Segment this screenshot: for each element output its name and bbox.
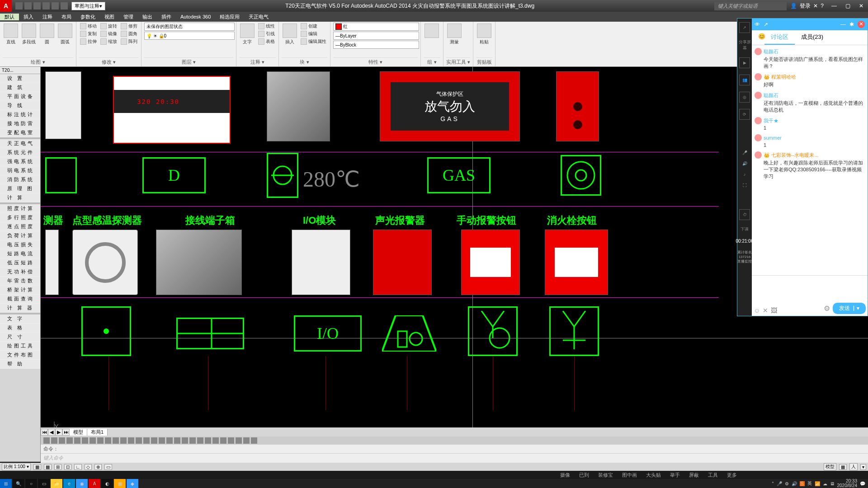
app-icon[interactable]: ◐ [101, 479, 113, 488]
tab-annotate[interactable]: 注释 [38, 14, 57, 20]
command-window[interactable]: 命令： 键入命令 [41, 445, 868, 463]
chat-close-icon[interactable]: ✕ [858, 21, 865, 28]
tool-icon[interactable] [251, 437, 257, 444]
ime-lang[interactable]: 英 [807, 480, 812, 487]
qat-open-icon[interactable] [24, 2, 32, 9]
clear-icon[interactable]: ✕ [763, 307, 768, 314]
tool-icon[interactable] [74, 437, 80, 444]
tab-featured[interactable]: 精选应用 [215, 14, 244, 20]
chat-popout-icon[interactable]: ↗ [764, 21, 768, 28]
tool-icon[interactable] [143, 437, 150, 444]
tool-icon[interactable] [120, 437, 127, 444]
status-toggle[interactable]: ⊕ [94, 464, 102, 470]
exchange-icon[interactable]: ✕ [813, 3, 818, 9]
tool-icon[interactable] [136, 437, 142, 444]
polyline-button[interactable]: 多段线 [21, 23, 37, 46]
tab-members[interactable]: 成员(23) [795, 30, 830, 45]
line-button[interactable]: 直线 [3, 23, 19, 46]
edit-attr-button[interactable]: 编辑属性 [300, 38, 327, 45]
chat-messages[interactable]: 聪颜石今天能否讲讲消防广播系统，看看系统图怎样画？ 👑 程策明哈哈好啊 聪颜石还… [752, 45, 868, 275]
minimize-button[interactable]: — [827, 0, 841, 12]
tool-icon[interactable] [205, 437, 211, 444]
tool-icon[interactable] [228, 437, 234, 444]
stream-btn[interactable]: 摄像 [560, 472, 570, 479]
qat-print-icon[interactable] [42, 2, 50, 9]
qat-new-icon[interactable] [15, 2, 23, 9]
layer-state-combo[interactable]: 未保存的图层状态 [144, 23, 235, 31]
edit-block-button[interactable]: 编辑 [300, 30, 327, 38]
table-button[interactable]: 表格 [257, 38, 276, 45]
palette-item[interactable]: 强电系统 [0, 157, 40, 166]
status-toggle[interactable]: ▦ [44, 464, 52, 470]
tray-chevron-icon[interactable]: ˄ [772, 481, 774, 486]
palette-item[interactable]: 设 置 [0, 74, 40, 83]
stream-btn[interactable]: 工具 [708, 472, 718, 479]
emoji-icon[interactable]: ☺ [754, 307, 760, 314]
trim-button[interactable]: 修剪 [120, 23, 138, 30]
stream-btn[interactable]: 屏蔽 [689, 472, 699, 479]
tab-nav-prev[interactable]: ◀ [48, 429, 55, 436]
command-input[interactable]: 键入命令 [41, 453, 868, 462]
tool-icon[interactable] [220, 437, 226, 444]
tab-parametric[interactable]: 参数化 [76, 14, 100, 20]
close-button[interactable]: ✕ [854, 0, 868, 12]
workspace-dropdown[interactable]: 草图与注释 ▾ [71, 2, 105, 10]
tab-addins[interactable]: 插件 [157, 14, 176, 20]
tab-model[interactable]: 模型 [70, 429, 87, 436]
palette-item[interactable]: 导 线 [0, 101, 40, 110]
stream-btn[interactable]: 大头贴 [646, 472, 661, 479]
status-toggle[interactable]: ▦ [839, 464, 847, 470]
tray-icon[interactable]: 🔊 [792, 481, 797, 486]
palette-item[interactable]: 桥架计算 [0, 286, 40, 295]
palette-item[interactable]: 标注统计 [0, 110, 40, 119]
palette-item[interactable]: 年雷击数 [0, 277, 40, 286]
tool-icon[interactable] [97, 437, 104, 444]
palette-item[interactable]: 文 字 [0, 314, 40, 324]
app-logo[interactable]: A [0, 0, 12, 12]
tool-icon[interactable] [66, 437, 73, 444]
paste-button[interactable]: 粘贴 [476, 23, 492, 46]
array-button[interactable]: 阵列 [120, 38, 138, 45]
layer-combo[interactable]: 💡 ☀ 🔒 0 [144, 32, 235, 40]
notifications-icon[interactable]: 💬 [860, 481, 865, 486]
autocad-icon[interactable]: A [89, 479, 100, 488]
chat-eye-icon[interactable]: 👁 [755, 21, 760, 28]
copy-button[interactable]: 复制 [79, 30, 98, 38]
status-toggle[interactable]: ▭ [104, 464, 112, 470]
qat-redo-icon[interactable] [61, 2, 68, 9]
edge-icon[interactable]: e [63, 479, 75, 488]
tool-icon[interactable] [166, 437, 173, 444]
tool-icon[interactable] [159, 437, 165, 444]
palette-item[interactable]: 负荷计算 [0, 231, 40, 240]
palette-item[interactable]: 原 理 图 [0, 184, 40, 193]
tab-a360[interactable]: Autodesk 360 [176, 14, 215, 19]
palette-item[interactable]: 天正电气 [0, 139, 40, 148]
tab-layout1[interactable]: 布局1 [87, 429, 108, 436]
leader-button[interactable]: 引线 [257, 30, 276, 38]
tool-icon[interactable] [90, 437, 96, 444]
stream-btn[interactable]: 已到 [579, 472, 589, 479]
arc-button[interactable]: 圆弧 [57, 23, 73, 46]
tab-view[interactable]: 视图 [100, 14, 119, 20]
create-block-button[interactable]: 创建 [300, 23, 327, 30]
system-clock[interactable]: 20:33 2020/8/24 [837, 479, 858, 488]
tool-icon[interactable] [236, 437, 242, 444]
tool-icon[interactable] [113, 437, 119, 444]
palette-item[interactable]: 截面查询 [0, 295, 40, 304]
palette-item[interactable]: 计 算 [0, 193, 40, 202]
palette-item[interactable]: 变配电室 [0, 128, 40, 137]
palette-item[interactable]: 帮 助 [0, 360, 40, 369]
palette-item[interactable]: 接地防雷 [0, 119, 40, 128]
app-icon[interactable]: ◆ [127, 479, 138, 488]
tab-output[interactable]: 输出 [138, 14, 157, 20]
group-button[interactable] [424, 23, 440, 40]
tool-icon[interactable] [182, 437, 188, 444]
tray-icon[interactable]: ⚙ [785, 481, 789, 486]
tab-tangent[interactable]: 天正电气 [244, 14, 273, 20]
chat-minimize-icon[interactable]: — [840, 21, 846, 28]
palette-item[interactable]: 建 筑 [0, 83, 40, 92]
cortana-icon[interactable]: ○ [25, 479, 37, 488]
palette-item[interactable]: 逐点照度 [0, 222, 40, 231]
tool-icon[interactable] [82, 437, 88, 444]
qat-save-icon[interactable] [33, 2, 41, 9]
